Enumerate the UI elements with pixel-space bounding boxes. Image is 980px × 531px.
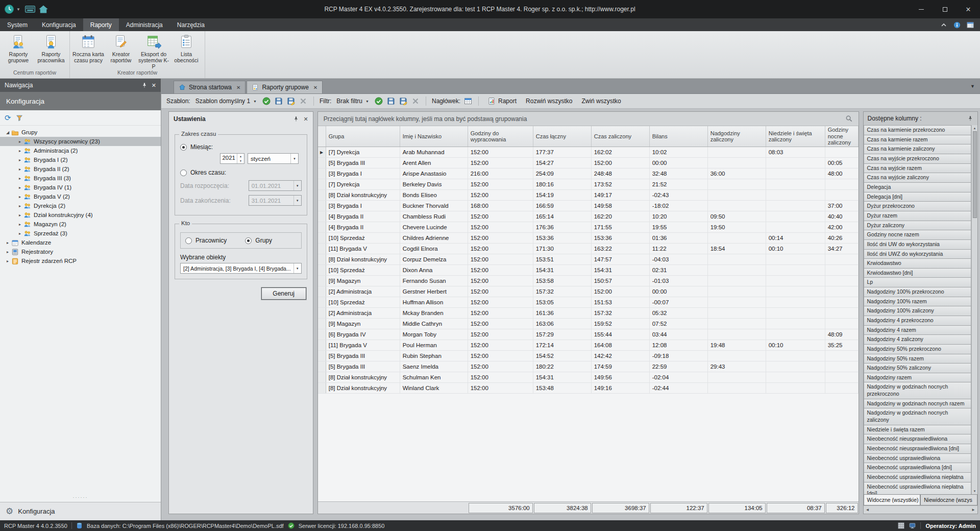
collapsed-icon[interactable]: ▸: [4, 240, 11, 245]
ribbon-button-lista-obecności[interactable]: Lista obecności: [170, 33, 203, 69]
tree-item-brygada-v-2[interactable]: ▸Brygada V (2): [0, 192, 161, 201]
miesiac-radio[interactable]: Miesiąc:: [180, 143, 302, 151]
collapsed-icon[interactable]: ▸: [16, 158, 23, 162]
available-column-item[interactable]: Krwiodawstwo: [864, 259, 971, 269]
available-column-item[interactable]: Dyżur zaliczony: [864, 221, 971, 231]
menu-narzędzia[interactable]: Narzędzia: [170, 18, 212, 31]
available-column-item[interactable]: Nadgodziny 4 razem: [864, 326, 971, 335]
available-column-item[interactable]: Czas na wyjście zaliczony: [864, 173, 971, 183]
tree-item-grupy[interactable]: ◢Grupy: [0, 128, 161, 137]
table-row[interactable]: [10] SprzedażChildres Adrienne152:00153:…: [318, 233, 859, 244]
available-column-item[interactable]: Nieobecność usprawiedliwiona [dni]: [864, 463, 971, 473]
ribbon-button-kreator-raportów[interactable]: Kreator raportów: [105, 33, 137, 69]
column-header-nadgodziny-zaliczony[interactable]: Nadgodziny zaliczony: [708, 126, 766, 147]
tree-item-rejestr-zdarzeń-rcp[interactable]: ▸Rejestr zdarzeń RCP: [0, 256, 161, 266]
table-row[interactable]: [5] Brygada IIIArent Allen152:00154:2715…: [318, 158, 859, 168]
maximize-button[interactable]: [933, 0, 957, 18]
tab-close-icon[interactable]: ✕: [236, 85, 240, 90]
available-column-item[interactable]: Nadgodziny w godzinach nocnych przekrocz…: [864, 382, 971, 399]
szablon-dropdown[interactable]: Szablon domyślny 1 ▼: [193, 96, 259, 106]
tree-item-magazyn-2[interactable]: ▸Magazyn (2): [0, 220, 161, 229]
table-row[interactable]: [8] Dział konstrukcyjnySchulman Ken152:0…: [318, 372, 859, 383]
table-row[interactable]: [8] Dział konstrukcyjnyBonds Eliseo152:0…: [318, 190, 859, 201]
menu-system[interactable]: System: [0, 18, 35, 31]
month-combo[interactable]: styczeń ▼: [248, 153, 299, 164]
collapsed-icon[interactable]: ▸: [16, 167, 23, 172]
table-row[interactable]: [11] Brygada VPoul Herman152:00172:14164…: [318, 340, 859, 351]
available-column-item[interactable]: Nieobecność usprawiedliwiona: [864, 454, 971, 464]
table-row[interactable]: [11] Brygada VCogdil Elnora152:00171:301…: [318, 244, 859, 254]
collapsed-icon[interactable]: ▸: [16, 195, 23, 199]
table-row[interactable]: [7] DyrekcjaBerkeley Davis152:00180:1617…: [318, 179, 859, 190]
refresh-icon[interactable]: ⟳: [5, 113, 11, 123]
spinner-arrows-icon[interactable]: ▲▼: [237, 154, 244, 163]
available-column-item[interactable]: Godziny nocne razem: [864, 230, 971, 240]
delete-filter-icon[interactable]: [411, 96, 420, 106]
available-column-item[interactable]: Nadgodziny 4 przekroczono: [864, 316, 971, 326]
pin-icon[interactable]: [141, 82, 148, 88]
available-column-item[interactable]: Nadgodziny 50% przekroczono: [864, 345, 971, 354]
save-template-as-icon[interactable]: [286, 96, 296, 106]
available-column-item[interactable]: Nadgodziny 100% zaliczony: [864, 306, 971, 316]
collapse-ribbon-icon[interactable]: [940, 21, 947, 29]
column-header-czas-zaliczony[interactable]: Czas zaliczony: [592, 126, 650, 147]
column-header-godziny-do-wypracowania[interactable]: Godziny do wypracowania: [468, 126, 533, 147]
table-row[interactable]: [2] AdministracjaMckay Branden152:00161:…: [318, 308, 859, 319]
tree-item-dyrekcja-2[interactable]: ▸Dyrekcja (2): [0, 201, 161, 210]
collapsed-icon[interactable]: ▸: [16, 139, 23, 144]
year-spinner[interactable]: 2021 ▲▼: [220, 153, 244, 164]
tree-item-brygada-i-2[interactable]: ▸Brygada I (2): [0, 155, 161, 164]
scroll-right-icon[interactable]: ►: [971, 508, 975, 512]
filter-icon[interactable]: [16, 114, 23, 122]
tree-item-kalendarze[interactable]: ▸Kalendarze: [0, 238, 161, 247]
table-row[interactable]: [3] Brygada IArispe Anastasio216:00254:0…: [318, 168, 859, 179]
close-panel-icon[interactable]: ✕: [152, 82, 156, 89]
widoczne-button[interactable]: Widoczne (wszystkie): [864, 494, 921, 505]
table-row[interactable]: [9] MagazynMiddle Cathryn152:00163:06159…: [318, 319, 859, 329]
available-column-item[interactable]: Dyżur przekroczono: [864, 202, 971, 211]
column-header-niedziele-i-święta-zaliczony[interactable]: Niedziele i święta zaliczony: [766, 126, 825, 147]
tree-item-rejestratory[interactable]: ▸Rejestratory: [0, 247, 161, 256]
available-column-item[interactable]: Nieobecność nieusprawiedliwiona [dni]: [864, 444, 971, 454]
nav-splitter-handle[interactable]: ······: [0, 495, 161, 502]
available-column-item[interactable]: Krwiodawstwo [dni]: [864, 269, 971, 278]
tree-item-brygada-iii-3[interactable]: ▸Brygada III (3): [0, 174, 161, 183]
available-column-item[interactable]: Czas na karmienie razem: [864, 135, 971, 145]
ribbon-button-eksport-do-systemów-k-p[interactable]: Eksport do systemów K-P: [137, 33, 170, 69]
table-row[interactable]: [6] Brygada IVMorgan Toby152:00157:29155…: [318, 329, 859, 340]
horizontal-scrollbar[interactable]: ◄ ►: [864, 505, 977, 514]
available-column-item[interactable]: Czas na wyjście razem: [864, 164, 971, 174]
table-row[interactable]: [5] Brygada IIIRubin Stephan152:00154:52…: [318, 351, 859, 361]
group-by-hint-bar[interactable]: Przeciągnij tutaj nagłówek kolumny, jeśl…: [318, 112, 859, 126]
tree-item-wszyscy-pracownicy-23[interactable]: ▸Wszyscy pracownicy (23): [0, 137, 161, 146]
vertical-scrollbar[interactable]: ▲ ▼: [971, 125, 977, 494]
available-column-item[interactable]: Nadgodziny 50% razem: [864, 354, 971, 364]
available-column-item[interactable]: Lp: [864, 278, 971, 287]
available-column-item[interactable]: Delegacja: [864, 183, 971, 192]
available-column-item[interactable]: Ilość dni UWZ do wykorzystania: [864, 250, 971, 259]
save-filter-as-icon[interactable]: [399, 96, 408, 106]
available-column-item[interactable]: Nadgodziny w godzinach nocnych razem: [864, 399, 971, 409]
available-column-item[interactable]: Ilość dni UW do wykorzystania: [864, 240, 971, 250]
collapsed-icon[interactable]: ▸: [16, 176, 23, 181]
pin-icon[interactable]: [293, 116, 299, 122]
collapsed-icon[interactable]: ▸: [16, 231, 23, 236]
minimize-button[interactable]: [910, 0, 933, 18]
table-row[interactable]: [4] Brygada IIChambless Rudi152:00165:14…: [318, 211, 859, 222]
table-row[interactable]: [2] AdministracjaGerstner Herbert152:001…: [318, 286, 859, 297]
available-column-item[interactable]: Nadgodziny razem: [864, 373, 971, 383]
pin-icon[interactable]: [967, 115, 973, 122]
available-column-item[interactable]: Nadgodziny 100% razem: [864, 297, 971, 307]
expanded-icon[interactable]: ◢: [4, 130, 11, 135]
info-icon[interactable]: [953, 21, 961, 29]
keyboard-icon[interactable]: [23, 3, 37, 15]
available-column-item[interactable]: Nieobecność usprawiedliwiona niepłatna: [864, 473, 971, 482]
collapsed-icon[interactable]: ▸: [16, 213, 23, 218]
scrollbar-thumb[interactable]: [973, 131, 977, 218]
available-column-item[interactable]: Nadgodziny 50% zaliczony: [864, 364, 971, 373]
apply-filter-icon[interactable]: [374, 96, 383, 106]
okres-czasu-radio[interactable]: Okres czasu:: [180, 169, 302, 176]
ribbon-button-raporty-pracownika[interactable]: Raporty pracownika: [35, 33, 67, 69]
table-row[interactable]: ▶[7] DyrekcjaArab Muhannad152:00177:3716…: [318, 147, 859, 158]
table-row[interactable]: [3] Brygada IBuckner Thorvald168:00166:5…: [318, 201, 859, 211]
